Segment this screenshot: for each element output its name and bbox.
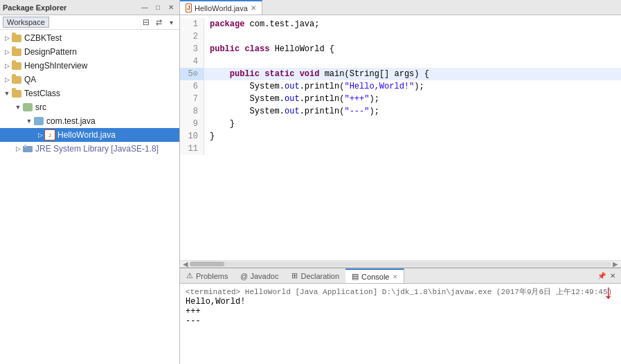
link-editor-icon[interactable]: ⇄ [153, 17, 164, 28]
bottom-tab-spacer: 📌 ✕ [404, 269, 621, 283]
editor-hscrollbar[interactable]: ◀ ▶ [180, 260, 621, 267]
collapse-all-icon[interactable]: ⊟ [141, 17, 152, 28]
tree-item-testclass[interactable]: ▼ TestClass [0, 87, 179, 100]
console-output-line-3: --- [186, 316, 615, 326]
tree-label-czbktest: CZBKTest [24, 33, 62, 43]
editor-tab-label: HelloWorld.java [195, 4, 248, 12]
bottom-close-icon[interactable]: ✕ [607, 271, 618, 282]
tree-item-com-test-java[interactable]: ▼ com.test.java [0, 114, 179, 128]
workspace-label[interactable]: Workspace [3, 17, 49, 28]
java-file-icon: J [44, 129, 55, 140]
workspace-toolbar-icons: ⊟ ⇄ ▾ [141, 17, 177, 28]
svg-rect-1 [24, 145, 26, 147]
line-content-8: System.out.println("---"); [204, 105, 621, 118]
toggle-com-test-java[interactable]: ▼ [25, 117, 33, 125]
console-terminated-line: <terminated> HelloWorld [Java Applicatio… [186, 286, 615, 297]
line-content-11 [204, 143, 621, 155]
tree-label-qa: QA [24, 75, 36, 84]
view-menu-icon[interactable]: ▾ [165, 17, 177, 28]
code-line-4: 4 [180, 55, 621, 68]
toggle-helloworld[interactable]: ▷ [36, 131, 44, 139]
tab-console[interactable]: ▤ Console ✕ [345, 269, 404, 283]
line-content-6: System.out.println("Hello,World!"); [204, 80, 621, 93]
tree-item-helloworld[interactable]: ▷ J HelloWorld.java [0, 128, 179, 142]
tree-item-czbktest[interactable]: ▷ CZBKTest [0, 31, 179, 45]
tree-label-hengshinterview: HengShInterview [24, 61, 87, 71]
editor-tab-bar: J HelloWorld.java ✕ [180, 0, 621, 15]
line-num-2: 2 [180, 30, 204, 43]
console-output-line-2: +++ [186, 307, 615, 316]
sidebar: Package Explorer — □ ✕ Workspace ⊟ ⇄ ▾ ▷… [0, 0, 180, 364]
code-line-11: 11 [180, 143, 621, 155]
sidebar-header: Package Explorer — □ ✕ [0, 0, 179, 15]
toggle-jre[interactable]: ▷ [14, 145, 22, 153]
toggle-czbktest[interactable]: ▷ [3, 34, 11, 42]
code-line-8: 8 System.out.println("---"); [180, 105, 621, 118]
code-line-1: 1 package com.test.java; [180, 18, 621, 30]
tree-label-helloworld: HelloWorld.java [57, 130, 116, 140]
code-line-2: 2 [180, 30, 621, 43]
console-content: <terminated> HelloWorld [Java Applicatio… [180, 284, 621, 364]
line-num-3: 3 [180, 43, 204, 55]
tab-javadoc[interactable]: @ Javadoc [234, 269, 285, 283]
line-num-6: 6 [180, 80, 204, 93]
line-num-11: 11 [180, 143, 204, 155]
editor-tab-helloworld[interactable]: J HelloWorld.java ✕ [180, 0, 262, 15]
tree-item-designpattern[interactable]: ▷ DesignPattern [0, 45, 179, 59]
bottom-tab-bar: ⚠ Problems @ Javadoc ⊞ Declaration ▤ Con… [180, 269, 621, 284]
line-content-5: public static void main(String[] args) { [204, 68, 621, 80]
code-line-9: 9 } [180, 118, 621, 130]
declaration-icon: ⊞ [290, 272, 298, 280]
folder-icon-testclass [11, 88, 22, 99]
line-content-4 [204, 55, 621, 68]
line-num-1: 1 [180, 18, 204, 30]
problems-icon: ⚠ [186, 272, 194, 280]
code-line-3: 3 public class HelloWorld { [180, 43, 621, 55]
tree-label-testclass: TestClass [24, 89, 60, 98]
code-line-10: 10 } [180, 130, 621, 143]
line-content-10: } [204, 130, 621, 143]
editor-panel: J HelloWorld.java ✕ 1 package com.test.j… [180, 0, 621, 267]
close-panel-icon[interactable]: ✕ [165, 2, 177, 13]
scroll-to-end-arrow[interactable]: ↓ [602, 284, 614, 303]
tree-item-qa[interactable]: ▷ QA [0, 73, 179, 87]
console-tab-close[interactable]: ✕ [393, 273, 398, 280]
folder-icon-czbktest [11, 33, 22, 44]
editor-tab-close[interactable]: ✕ [251, 4, 256, 12]
line-content-9: } [204, 118, 621, 130]
tab-javadoc-label: Javadoc [250, 272, 278, 280]
tree-item-hengshinterview[interactable]: ▷ HengShInterview [0, 59, 179, 73]
toggle-testclass[interactable]: ▼ [3, 89, 11, 98]
minimize-icon[interactable]: — [139, 2, 150, 13]
src-icon [22, 102, 33, 113]
toggle-qa[interactable]: ▷ [3, 75, 11, 84]
sidebar-header-icons: — □ ✕ [139, 2, 177, 13]
editor-content[interactable]: 1 package com.test.java; 2 3 public clas… [180, 15, 621, 260]
hscroll-thumb[interactable] [190, 262, 224, 266]
tab-problems[interactable]: ⚠ Problems [180, 269, 234, 283]
toggle-designpattern[interactable]: ▷ [3, 48, 11, 56]
tree-item-src[interactable]: ▼ src [0, 100, 179, 114]
line-num-10: 10 [180, 130, 204, 143]
bottom-panel: ⚠ Problems @ Javadoc ⊞ Declaration ▤ Con… [180, 267, 621, 364]
hscroll-track[interactable] [190, 262, 611, 266]
toggle-src[interactable]: ▼ [14, 103, 22, 111]
javadoc-icon: @ [240, 272, 248, 280]
console-output-line-1: Hello,World! [186, 297, 615, 307]
line-content-1: package com.test.java; [204, 18, 621, 30]
toggle-hengshinterview[interactable]: ▷ [3, 62, 11, 70]
java-tab-icon: J [186, 3, 192, 12]
folder-icon-hengshinterview [11, 60, 22, 71]
tab-console-label: Console [361, 273, 389, 281]
right-panel: J HelloWorld.java ✕ 1 package com.test.j… [180, 0, 621, 364]
line-content-2 [204, 30, 621, 43]
tree-label-designpattern: DesignPattern [24, 47, 77, 57]
bottom-pin-icon[interactable]: 📌 [596, 271, 607, 282]
code-area: 1 package com.test.java; 2 3 public clas… [180, 18, 621, 155]
maximize-icon[interactable]: □ [152, 2, 163, 13]
tree-label-com-test-java: com.test.java [46, 116, 96, 126]
tab-declaration-label: Declaration [300, 272, 339, 280]
tree-item-jre[interactable]: ▷ JRE System Library [JavaSE-1.8] [0, 142, 179, 156]
tab-declaration[interactable]: ⊞ Declaration [285, 269, 345, 283]
main-area: Package Explorer — □ ✕ Workspace ⊟ ⇄ ▾ ▷… [0, 0, 621, 364]
